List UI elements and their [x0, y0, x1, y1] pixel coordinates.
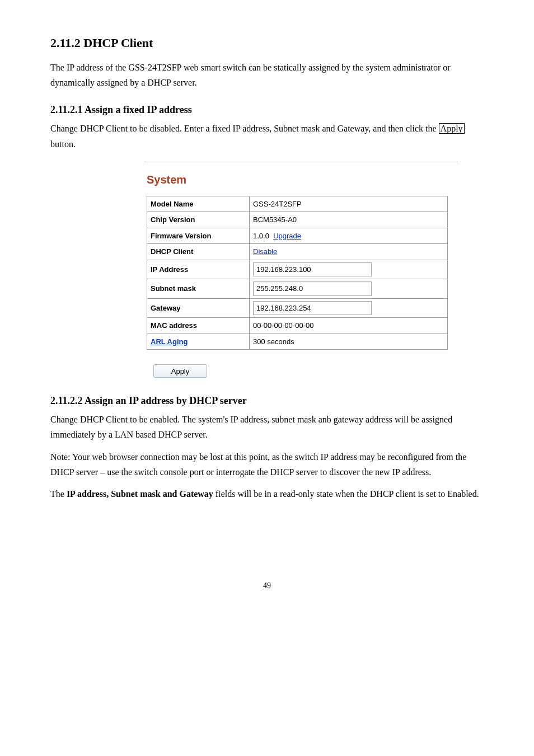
cell-gateway: 192.168.223.254	[250, 298, 448, 318]
text-segment: Change DHCP Client to be disabled. Enter…	[50, 124, 439, 133]
dhcp-server-note: Note: Your web browser connection may be…	[50, 449, 484, 480]
gateway-input[interactable]: 192.168.223.254	[253, 301, 372, 316]
label-dhcp-client: DHCP Client	[147, 244, 250, 260]
value-chip-version: BCM5345-A0	[250, 212, 448, 228]
value-mac-address: 00-00-00-00-00-00	[250, 318, 448, 334]
apply-button[interactable]: Apply	[153, 364, 207, 378]
label-ip-address: IP Address	[147, 260, 250, 279]
label-firmware-version: Firmware Version	[147, 228, 250, 244]
label-gateway: Gateway	[147, 298, 250, 318]
row-firmware-version: Firmware Version 1.0.0 Upgrade	[147, 228, 448, 244]
dhcp-server-paragraph-1: Change DHCP Client to be enabled. The sy…	[50, 412, 484, 442]
row-chip-version: Chip Version BCM5345-A0	[147, 212, 448, 228]
row-dhcp-client: DHCP Client Disable	[147, 244, 448, 260]
text-segment: The	[50, 489, 67, 499]
panel-title: System	[147, 171, 458, 188]
label-model-name: Model Name	[147, 196, 250, 212]
cell-subnet-mask: 255.255.248.0	[250, 279, 448, 299]
arl-aging-link[interactable]: ARL Aging	[151, 337, 188, 346]
system-panel-screenshot: System Model Name GSS-24T2SFP Chip Versi…	[144, 162, 458, 378]
row-subnet-mask: Subnet mask 255.255.248.0	[147, 279, 448, 299]
page-number: 49	[50, 580, 484, 591]
apply-inline-box: Apply	[439, 123, 465, 134]
bold-fields-text: IP address, Subnet mask and Gateway	[67, 489, 213, 499]
system-table: Model Name GSS-24T2SFP Chip Version BCM5…	[147, 196, 448, 350]
heading-fixed-ip: 2.11.2.1 Assign a fixed IP address	[50, 102, 484, 118]
dhcp-disable-link[interactable]: Disable	[253, 247, 277, 256]
row-model-name: Model Name GSS-24T2SFP	[147, 196, 448, 212]
value-dhcp-client: Disable	[250, 244, 448, 260]
row-gateway: Gateway 192.168.223.254	[147, 298, 448, 318]
fixed-ip-instructions: Change DHCP Client to be disabled. Enter…	[50, 121, 484, 151]
intro-paragraph: The IP address of the GSS-24T2SFP web sm…	[50, 60, 484, 90]
heading-dhcp-server: 2.11.2.2 Assign an IP address by DHCP se…	[50, 393, 484, 408]
label-mac-address: MAC address	[147, 318, 250, 334]
cell-ip-address: 192.168.223.100	[250, 260, 448, 279]
text-segment: fields will be in a read-only state when…	[213, 489, 479, 499]
ip-address-input[interactable]: 192.168.223.100	[253, 262, 372, 277]
upgrade-link[interactable]: Upgrade	[273, 232, 301, 240]
value-model-name: GSS-24T2SFP	[250, 196, 448, 212]
heading-dhcp-client: 2.11.2 DHCP Client	[50, 34, 484, 52]
dhcp-readonly-paragraph: The IP address, Subnet mask and Gateway …	[50, 486, 484, 501]
text-segment: button.	[50, 139, 76, 149]
subnet-mask-input[interactable]: 255.255.248.0	[253, 281, 372, 296]
label-subnet-mask: Subnet mask	[147, 279, 250, 299]
label-arl-aging: ARL Aging	[147, 334, 250, 350]
value-arl-aging: 300 seconds	[250, 334, 448, 350]
firmware-version-text: 1.0.0	[253, 232, 269, 240]
row-arl-aging: ARL Aging 300 seconds	[147, 334, 448, 350]
value-firmware-version: 1.0.0 Upgrade	[250, 228, 448, 244]
label-chip-version: Chip Version	[147, 212, 250, 228]
row-mac-address: MAC address 00-00-00-00-00-00	[147, 318, 448, 334]
row-ip-address: IP Address 192.168.223.100	[147, 260, 448, 279]
